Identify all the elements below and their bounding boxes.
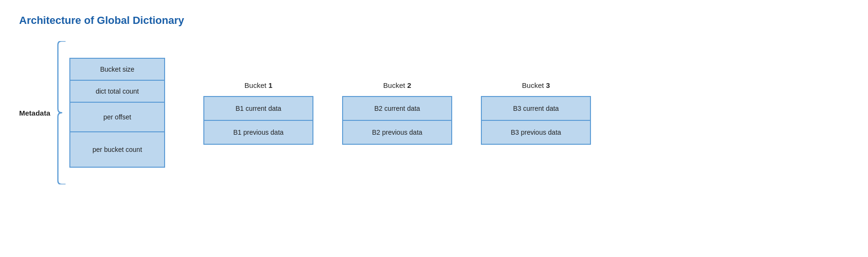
b1-previous-box: B1 previous data — [204, 121, 312, 144]
page-container: Architecture of Global Dictionary Metada… — [0, 0, 868, 257]
bucket-1-title: Bucket 1 — [245, 81, 272, 89]
metadata-box-bucket-size: Bucket size — [70, 59, 164, 81]
diagram-area: Metadata Bucket size dict total count pe… — [19, 41, 849, 184]
bucket-3-title: Bucket 3 — [522, 81, 550, 89]
metadata-boxes: Bucket size dict total count per offset … — [69, 58, 165, 168]
bucket-2-title: Bucket 2 — [383, 81, 411, 89]
b2-previous-box: B2 previous data — [343, 121, 451, 144]
metadata-section: Metadata Bucket size dict total count pe… — [19, 41, 165, 184]
bucket-group-2: Bucket 2 B2 current data B2 previous dat… — [342, 81, 452, 145]
metadata-box-dict-total: dict total count — [70, 81, 164, 103]
buckets-area: Bucket 1 B1 current data B1 previous dat… — [203, 81, 591, 145]
bucket-3-boxes: B3 current data B3 previous data — [481, 96, 591, 145]
b3-previous-box: B3 previous data — [482, 121, 590, 144]
metadata-box-per-bucket: per bucket count — [70, 132, 164, 167]
bucket-group-3: Bucket 3 B3 current data B3 previous dat… — [481, 81, 591, 145]
bucket-2-boxes: B2 current data B2 previous data — [342, 96, 452, 145]
metadata-label: Metadata — [19, 109, 50, 117]
metadata-brace-icon — [56, 41, 69, 184]
b1-current-box: B1 current data — [204, 97, 312, 121]
bucket-1-boxes: B1 current data B1 previous data — [203, 96, 313, 145]
b3-current-box: B3 current data — [482, 97, 590, 121]
metadata-box-per-offset: per offset — [70, 103, 164, 132]
page-title: Architecture of Global Dictionary — [19, 14, 849, 27]
b2-current-box: B2 current data — [343, 97, 451, 121]
bucket-group-1: Bucket 1 B1 current data B1 previous dat… — [203, 81, 313, 145]
